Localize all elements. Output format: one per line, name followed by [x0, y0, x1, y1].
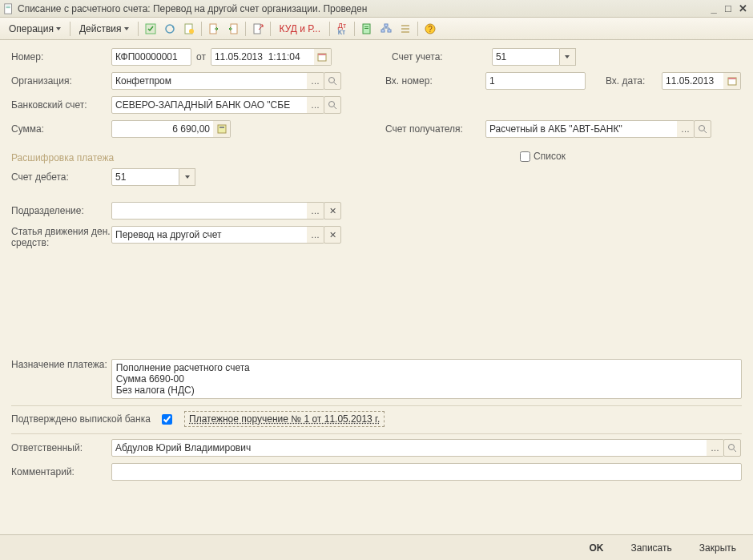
- recipient-account-input[interactable]: [485, 120, 678, 138]
- separator: [329, 22, 330, 36]
- svg-point-29: [699, 126, 705, 131]
- help-icon[interactable]: ?: [421, 20, 439, 38]
- org-search-button[interactable]: [324, 72, 341, 90]
- responsible-select-button[interactable]: …: [707, 439, 724, 457]
- row-purpose: Назначение платежа: Пополнение расчетног…: [11, 359, 742, 399]
- recipient-search-button[interactable]: [694, 120, 711, 138]
- label-comment: Комментарий:: [11, 466, 111, 477]
- responsible-search-button[interactable]: [723, 439, 741, 457]
- row-debit-account: Счет дебета:: [11, 168, 742, 186]
- magnifier-icon: [328, 76, 337, 86]
- titlebar: Списание с расчетного счета: Перевод на …: [0, 0, 753, 18]
- svg-rect-13: [385, 24, 388, 26]
- svg-rect-1: [6, 6, 10, 6]
- doc-link-icon[interactable]: [249, 20, 267, 38]
- account-of-dropdown[interactable]: [560, 48, 576, 66]
- debit-account-input[interactable]: [111, 168, 179, 186]
- movement-article-input[interactable]: [111, 226, 308, 244]
- svg-point-23: [329, 78, 335, 83]
- svg-rect-25: [728, 78, 736, 79]
- label-from: от: [196, 51, 206, 62]
- confirmed-checkbox[interactable]: [162, 414, 172, 425]
- label-responsible: Ответственный:: [11, 442, 111, 453]
- row-org: Организация: … Вх. номер: Вх. дата:: [11, 72, 742, 90]
- org-input[interactable]: [111, 72, 308, 90]
- department-clear-button[interactable]: ✕: [324, 202, 341, 220]
- movement-select-button[interactable]: …: [307, 226, 324, 244]
- number-input[interactable]: [111, 48, 191, 66]
- chevron-down-icon: [56, 27, 61, 30]
- responsible-input[interactable]: [111, 439, 707, 457]
- svg-rect-2: [6, 7, 10, 8]
- close-button-footer[interactable]: Закрыть: [691, 539, 745, 557]
- bank-select-button[interactable]: …: [307, 96, 324, 114]
- refresh-icon[interactable]: [161, 20, 179, 38]
- svg-point-30: [729, 445, 735, 450]
- dtkt-icon[interactable]: ДтКт: [333, 20, 351, 38]
- svg-rect-12: [364, 28, 368, 29]
- row-department: Подразделение: … ✕: [11, 202, 742, 220]
- account-of-input[interactable]: [492, 48, 560, 66]
- svg-point-26: [329, 102, 335, 107]
- separator: [417, 22, 418, 36]
- doc-out-icon[interactable]: [224, 20, 242, 38]
- purpose-textarea[interactable]: Пополнение расчетного счета Сумма 6690-0…: [111, 359, 742, 399]
- recipient-select-button[interactable]: …: [677, 120, 695, 138]
- label-list: Список: [534, 151, 566, 162]
- maximize-button[interactable]: □: [721, 2, 735, 15]
- separator: [245, 22, 246, 36]
- ok-button[interactable]: OK: [581, 539, 613, 557]
- movement-clear-button[interactable]: ✕: [324, 226, 341, 244]
- divider: [11, 405, 742, 406]
- calendar-icon: [727, 76, 737, 86]
- sum-calc-button[interactable]: [213, 120, 231, 138]
- report-icon[interactable]: [358, 20, 376, 38]
- doc-icon: [3, 3, 14, 14]
- kudr-label: КУД и Р...: [280, 23, 320, 34]
- separator: [354, 22, 355, 36]
- svg-rect-28: [219, 127, 224, 128]
- magnifier-icon: [328, 100, 337, 110]
- department-select-button[interactable]: …: [307, 202, 324, 220]
- actions-menu[interactable]: Действия: [74, 20, 135, 38]
- svg-rect-16: [401, 25, 409, 26]
- label-movement-article: Статья движения ден. средств:: [11, 226, 111, 248]
- in-number-input[interactable]: [485, 72, 586, 90]
- new-icon[interactable]: [180, 20, 198, 38]
- separator: [270, 22, 271, 36]
- calculator-icon: [217, 124, 227, 134]
- label-in-number: Вх. номер:: [385, 75, 485, 87]
- list-checkbox[interactable]: [520, 151, 530, 162]
- org-select-button[interactable]: …: [307, 72, 324, 90]
- kudr-button[interactable]: КУД и Р...: [274, 20, 326, 38]
- chevron-down-icon: [124, 27, 129, 30]
- in-date-calendar-button[interactable]: [723, 72, 741, 90]
- doc-arrow-icon[interactable]: [205, 20, 223, 38]
- row-sum: Сумма: Счет получателя: …: [11, 120, 742, 138]
- payment-order-link[interactable]: Платежное поручение № 1 от 11.05.2013 г.: [184, 411, 385, 427]
- label-department: Подразделение:: [11, 205, 111, 216]
- separator: [138, 22, 139, 36]
- svg-text:?: ?: [428, 25, 433, 34]
- footer: OK Записать Закрыть: [0, 534, 753, 560]
- list-icon[interactable]: [397, 20, 414, 38]
- write-button[interactable]: Записать: [622, 539, 681, 557]
- bank-search-button[interactable]: [324, 96, 341, 114]
- comment-input[interactable]: [111, 463, 742, 481]
- form-area: Номер: от Счет учета: Организация: … Вх.…: [0, 40, 753, 481]
- close-button[interactable]: ✕: [735, 2, 750, 15]
- in-date-input[interactable]: [662, 72, 724, 90]
- sum-input[interactable]: [111, 120, 214, 138]
- post-icon[interactable]: [142, 20, 159, 38]
- svg-rect-0: [5, 3, 12, 13]
- operation-menu[interactable]: Операция: [3, 20, 66, 38]
- debit-account-dropdown[interactable]: [179, 168, 195, 186]
- magnifier-icon: [698, 124, 707, 134]
- department-input[interactable]: [111, 202, 308, 220]
- label-debit-account: Счет дебета:: [11, 171, 111, 183]
- bank-account-input[interactable]: [111, 96, 308, 114]
- structure-icon[interactable]: [377, 20, 395, 38]
- minimize-button[interactable]: _: [707, 2, 721, 15]
- calendar-button[interactable]: [314, 48, 332, 66]
- date-input[interactable]: [211, 48, 315, 66]
